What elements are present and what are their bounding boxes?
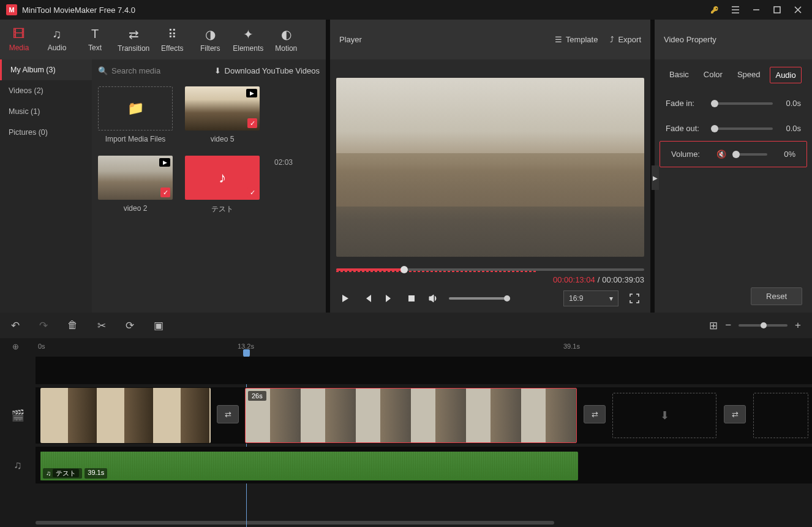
clip-audio-test[interactable]: ♫ テスト39.1s: [40, 452, 578, 480]
search-icon: 🔍: [98, 66, 108, 75]
tab-effects[interactable]: ⠿Effects: [153, 20, 191, 59]
property-panel: ▶ Video Property Basic Color Speed Audio…: [655, 20, 812, 313]
video-preview: [336, 78, 644, 257]
tab-elements[interactable]: ✦Elements: [229, 20, 267, 59]
app-logo-icon: M: [6, 4, 17, 15]
elements-icon: ✦: [243, 27, 254, 42]
transition-button-2[interactable]: ⇄: [584, 405, 606, 423]
media-thumb-video5[interactable]: ▶✓ video 5: [185, 86, 260, 143]
player-panel: Player ☰Template ⤴Export 00:00:13:04 / 0…: [330, 20, 650, 313]
key-icon[interactable]: [707, 2, 723, 18]
fullscreen-button[interactable]: [627, 291, 642, 306]
total-time: 00:00:39:03: [602, 275, 644, 284]
sidebar-item-music[interactable]: Music (1): [0, 101, 92, 122]
reset-button[interactable]: Reset: [751, 287, 802, 305]
split-button[interactable]: ✂: [97, 319, 106, 332]
tab-audio[interactable]: ♫Audio: [38, 20, 76, 59]
sidebar-item-myalbum[interactable]: My Album (3): [0, 59, 92, 80]
play-button[interactable]: [339, 292, 352, 305]
check-icon: ✓: [247, 118, 257, 128]
close-button[interactable]: [790, 2, 806, 18]
scrub-bar[interactable]: [336, 268, 644, 271]
import-media-button[interactable]: 📁 Import Media Files: [98, 86, 173, 143]
current-time: 00:00:13:04: [553, 275, 595, 284]
sidebar-item-pictures[interactable]: Pictures (0): [0, 122, 92, 143]
video-type-icon: ▶: [246, 89, 257, 97]
prop-tab-speed[interactable]: Speed: [732, 67, 765, 83]
media-icon: 🎞: [13, 27, 25, 41]
aspect-ratio-select[interactable]: 16:9▾: [563, 290, 618, 306]
media-thumb-test[interactable]: ♪✓02:03 テスト: [185, 156, 260, 214]
menu-icon[interactable]: [727, 2, 743, 18]
clip-video2[interactable]: 26s: [245, 388, 577, 443]
export-icon: ⤴: [610, 35, 614, 44]
fade-in-row: Fade in: 0.0s: [655, 91, 812, 116]
export-button[interactable]: ⤴Export: [610, 35, 641, 44]
app-title: MiniTool MovieMaker Free 7.4.0: [22, 6, 135, 15]
volume-icon[interactable]: [427, 292, 440, 305]
timeline-scrollbar[interactable]: [36, 521, 776, 527]
svg-rect-0: [774, 7, 780, 13]
player-volume-slider[interactable]: [449, 297, 510, 300]
property-title: Video Property: [655, 20, 812, 59]
audio-track-icon: ♫: [0, 459, 36, 472]
tab-media[interactable]: 🎞Media: [0, 20, 38, 59]
fade-out-slider[interactable]: [711, 127, 773, 130]
collapse-panel-button[interactable]: ▶: [652, 165, 659, 190]
next-frame-button[interactable]: [383, 292, 396, 305]
tab-text[interactable]: TText: [76, 20, 114, 59]
crop-button[interactable]: ▣: [154, 319, 164, 332]
motion-icon: ◐: [281, 27, 291, 42]
template-button[interactable]: ☰Template: [555, 35, 598, 44]
add-track-button[interactable]: ⊕: [12, 342, 19, 351]
drop-placeholder-2[interactable]: [753, 393, 808, 438]
template-icon: ☰: [555, 35, 562, 44]
stop-button[interactable]: [405, 292, 418, 305]
player-title: Player: [339, 35, 362, 44]
timeline-section: ↶ ↷ 🗑 ✂ ⟳ ▣ ⊞ − + ⊕ 0s 13.2s 39.1s 🎬 ⇄: [0, 313, 812, 527]
undo-button[interactable]: ↶: [11, 319, 20, 332]
zoom-in-button[interactable]: +: [795, 319, 801, 332]
check-icon: ✓: [247, 188, 257, 197]
tab-filters[interactable]: ◑Filters: [191, 20, 229, 59]
title-bar: M MiniTool MovieMaker Free 7.4.0: [0, 0, 812, 20]
video-track-icon: 🎬: [0, 409, 36, 422]
audio-track[interactable]: ♫ テスト39.1s: [36, 447, 812, 483]
fit-button[interactable]: ⊞: [709, 319, 718, 332]
text-icon: T: [91, 27, 99, 41]
download-youtube-button[interactable]: ⬇Download YouTube Videos: [214, 66, 320, 75]
tab-transition[interactable]: ⇄Transition: [114, 20, 153, 59]
transition-button-3[interactable]: ⇄: [724, 405, 746, 423]
prev-frame-button[interactable]: [361, 292, 374, 305]
redo-button[interactable]: ↷: [39, 319, 48, 332]
maximize-button[interactable]: [769, 2, 785, 18]
zoom-out-button[interactable]: −: [725, 319, 731, 332]
search-input[interactable]: 🔍Search media: [98, 66, 160, 75]
scrub-handle[interactable]: [400, 266, 408, 273]
audio-icon: ♫: [53, 27, 62, 41]
timeline-ruler[interactable]: ⊕ 0s 13.2s 39.1s: [0, 338, 812, 357]
fade-in-slider[interactable]: [711, 102, 773, 105]
tab-motion[interactable]: ◐Motion: [267, 20, 305, 59]
prop-tab-color[interactable]: Color: [699, 67, 727, 83]
filters-icon: ◑: [205, 27, 216, 42]
video-track[interactable]: ⇄ 26s ⇄ ⬇ ⇄: [36, 387, 812, 444]
volume-slider[interactable]: [732, 153, 767, 156]
download-icon: ⬇: [214, 66, 221, 75]
main-toolbar: 🎞Media ♫Audio TText ⇄Transition ⠿Effects…: [0, 20, 326, 59]
clip-video5[interactable]: [40, 388, 211, 443]
speed-button[interactable]: ⟳: [126, 319, 134, 332]
transition-button-1[interactable]: ⇄: [217, 405, 239, 423]
sidebar-item-videos[interactable]: Videos (2): [0, 80, 92, 101]
media-thumb-video2[interactable]: ▶✓ video 2: [98, 156, 173, 214]
svg-rect-1: [408, 295, 415, 301]
mute-icon[interactable]: 🔇: [716, 150, 726, 159]
zoom-slider[interactable]: [739, 324, 788, 327]
drop-placeholder-1[interactable]: ⬇: [612, 393, 716, 438]
minimize-button[interactable]: [748, 2, 764, 18]
prop-tab-basic[interactable]: Basic: [664, 67, 694, 83]
folder-icon: 📁: [127, 100, 144, 116]
prop-tab-audio[interactable]: Audio: [770, 67, 801, 83]
video-type-icon: ▶: [159, 158, 170, 167]
delete-button[interactable]: 🗑: [67, 319, 78, 332]
